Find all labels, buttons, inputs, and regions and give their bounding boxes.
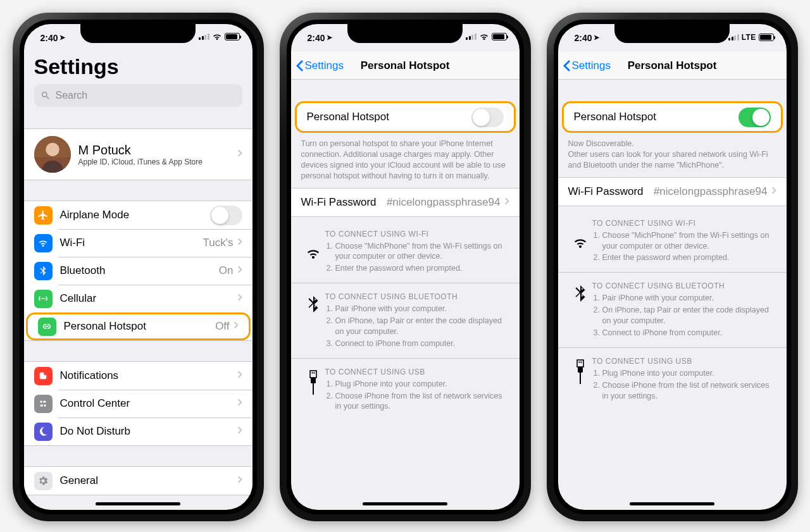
- general-row[interactable]: General: [24, 467, 252, 495]
- search-icon: [40, 90, 51, 101]
- gear-icon: [34, 472, 53, 490]
- usb-icon: [301, 368, 325, 414]
- svg-rect-10: [311, 372, 313, 373]
- chevron-right-icon: [237, 398, 242, 409]
- chevron-left-icon: [563, 59, 571, 72]
- hotspot-on-note: Now Discoverable. Other users can look f…: [558, 134, 787, 177]
- search-input[interactable]: Search: [34, 84, 242, 107]
- notifications-icon: [34, 367, 53, 385]
- personal-hotspot-row[interactable]: Personal Hotspot Off: [28, 314, 249, 338]
- battery-icon: [225, 33, 240, 40]
- bluetooth-icon: [568, 281, 592, 340]
- svg-rect-17: [578, 367, 583, 373]
- svg-rect-18: [580, 373, 581, 384]
- cellular-signal-icon: [199, 34, 209, 40]
- airplane-icon: [34, 206, 53, 225]
- bluetooth-instructions: TO CONNECT USING BLUETOOTH Pair iPhone w…: [558, 273, 787, 348]
- apple-id-subtitle: Apple ID, iCloud, iTunes & App Store: [78, 158, 237, 166]
- page-title: Settings: [24, 52, 252, 84]
- hotspot-toggle-row[interactable]: Personal Hotspot: [297, 103, 514, 131]
- cellular-row[interactable]: Cellular: [24, 285, 252, 312]
- chevron-right-icon: [771, 186, 776, 197]
- hotspot-off-note: Turn on personal hotspot to share your i…: [291, 134, 520, 188]
- svg-rect-16: [580, 361, 582, 362]
- bluetooth-row[interactable]: Bluetooth On: [24, 257, 252, 285]
- location-arrow-icon: ➤: [59, 34, 65, 42]
- usb-instructions: TO CONNECT USING USB Plug iPhone into yo…: [558, 348, 787, 411]
- page-title: Personal Hotspot: [361, 59, 450, 72]
- notch: [80, 24, 196, 43]
- avatar: [34, 136, 71, 173]
- notifications-row[interactable]: Notifications: [24, 362, 252, 390]
- cellular-signal-icon: [466, 34, 477, 40]
- wifi-icon: [301, 230, 325, 276]
- svg-rect-7: [40, 405, 44, 407]
- cellular-icon: [34, 290, 53, 308]
- carrier-label: LTE: [742, 33, 756, 42]
- hotspot-toggle[interactable]: [471, 108, 504, 127]
- svg-point-5: [40, 400, 42, 402]
- location-arrow-icon: ➤: [594, 34, 599, 42]
- wifi-icon: [568, 219, 592, 265]
- wifi-icon: [212, 33, 222, 40]
- wifi-row[interactable]: Wi-Fi Tuck's: [24, 229, 252, 257]
- search-placeholder: Search: [56, 90, 88, 101]
- chevron-left-icon: [296, 59, 304, 72]
- svg-point-8: [44, 404, 46, 406]
- phone-frame-2: 2:40➤ Settings Personal Hotspot Personal…: [280, 13, 531, 521]
- moon-icon: [34, 423, 53, 441]
- hotspot-toggle[interactable]: [738, 108, 771, 127]
- svg-rect-2: [34, 158, 71, 173]
- chevron-right-icon: [237, 149, 242, 160]
- chevron-right-icon: [237, 265, 242, 276]
- battery-icon: [492, 33, 507, 40]
- control-center-row[interactable]: Control Center: [24, 390, 252, 418]
- svg-rect-15: [578, 361, 580, 362]
- wifi-password-row[interactable]: Wi-Fi Password #nicelongpassphrase94: [558, 178, 787, 206]
- svg-rect-9: [310, 371, 316, 378]
- status-time: 2:40 ➤: [40, 33, 65, 43]
- svg-point-1: [46, 143, 59, 156]
- svg-rect-13: [313, 383, 314, 395]
- do-not-disturb-row[interactable]: Do Not Disturb: [24, 418, 252, 445]
- home-indicator: [96, 502, 180, 505]
- chevron-right-icon: [237, 426, 242, 437]
- nav-bar: Settings Personal Hotspot: [558, 52, 787, 80]
- svg-rect-12: [311, 378, 316, 383]
- home-indicator: [630, 502, 714, 505]
- chevron-right-icon: [237, 475, 242, 486]
- usb-instructions: TO CONNECT USING USB Plug iPhone into yo…: [291, 359, 520, 421]
- phone-frame-3: 2:40➤ LTE Settings Personal Hotspot Pers…: [547, 13, 798, 521]
- bluetooth-instructions: TO CONNECT USING BLUETOOTH Pair iPhone w…: [291, 283, 520, 359]
- location-arrow-icon: ➤: [327, 34, 332, 42]
- control-center-icon: [34, 395, 53, 413]
- phone-frame-1: 2:40 ➤ Settings Search M Potuck Apple ID…: [13, 13, 264, 521]
- notch: [347, 24, 463, 43]
- svg-point-4: [44, 372, 47, 375]
- hotspot-icon: [38, 318, 56, 336]
- usb-icon: [568, 357, 592, 403]
- wifi-password-row[interactable]: Wi-Fi Password #nicelongpassphrase94: [291, 189, 520, 216]
- svg-rect-11: [313, 372, 315, 373]
- back-button[interactable]: Settings: [296, 59, 344, 72]
- apple-id-name: M Potuck: [78, 142, 237, 158]
- wifi-icon: [34, 234, 53, 252]
- home-indicator: [363, 502, 447, 505]
- svg-rect-14: [577, 360, 583, 367]
- bluetooth-icon: [34, 262, 53, 280]
- apple-id-row[interactable]: M Potuck Apple ID, iCloud, iTunes & App …: [24, 129, 252, 180]
- nav-bar: Settings Personal Hotspot: [291, 52, 520, 80]
- hotspot-toggle-row[interactable]: Personal Hotspot: [564, 103, 781, 131]
- airplane-mode-toggle[interactable]: [210, 206, 242, 225]
- airplane-mode-row[interactable]: Airplane Mode: [24, 201, 252, 229]
- page-title: Personal Hotspot: [628, 59, 717, 72]
- chevron-right-icon: [237, 370, 242, 381]
- chevron-right-icon: [237, 293, 242, 304]
- bluetooth-icon: [301, 292, 325, 350]
- battery-icon: [759, 34, 774, 41]
- chevron-right-icon: [504, 197, 509, 208]
- wifi-instructions: TO CONNECT USING WI-FI Choose "MichPhone…: [291, 221, 520, 284]
- back-button[interactable]: Settings: [563, 59, 611, 72]
- notch: [614, 24, 730, 43]
- chevron-right-icon: [234, 321, 239, 332]
